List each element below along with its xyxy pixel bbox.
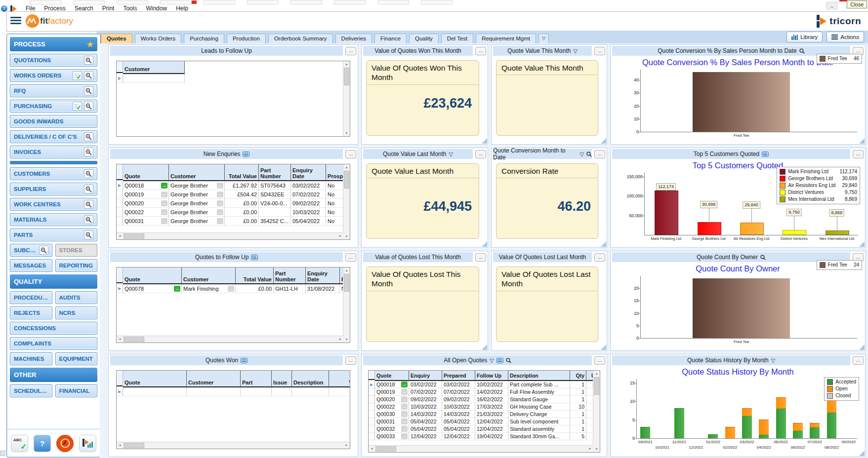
open-arrow-icon[interactable]: → [161,200,167,206]
sidebar-item-equipment[interactable]: EQUIPMENT [55,352,98,365]
column-header[interactable]: Total Value [225,164,259,181]
panel-options-button[interactable]: ... [594,356,605,365]
sidebar-item-procedures[interactable]: PROCEDURES [10,291,52,304]
grid-icon[interactable] [496,358,503,363]
open-arrow-icon[interactable]: → [401,404,408,410]
sidebar-item-rfq[interactable]: RFQ [10,84,97,97]
tab-deliveries[interactable]: Deliveries [335,34,372,43]
tab-quality[interactable]: Quality [409,34,439,43]
tab-purchasing[interactable]: Purchasing [184,34,224,43]
clock-icon[interactable] [56,435,74,452]
sidebar-item-quotations[interactable]: QUOTATIONS [10,54,97,67]
grid-icon[interactable] [762,152,769,157]
star-icon[interactable]: ★ [87,40,93,49]
tab-overflow-button[interactable]: ▽ [538,34,549,43]
quotes-won-table[interactable]: QuoteCustomerPartIssueDescriptionValue▶◄… [116,370,350,449]
column-header[interactable]: Customer [187,371,241,387]
open-arrow-icon[interactable]: → [401,433,408,439]
sidebar-item-rejects[interactable]: REJECTS [10,306,52,319]
column-header[interactable]: Value [329,371,350,387]
panel-options-button[interactable]: ... [853,356,864,365]
sidebar-item-purchasing[interactable]: PURCHASING [10,100,97,113]
column-header[interactable]: Issue [272,371,292,387]
table-row[interactable]: Q00022→10/03/202210/03/202217/03/2022GH … [369,403,593,411]
panel-options-button[interactable]: ... [594,253,605,262]
resize-grip[interactable] [601,138,606,144]
column-header[interactable]: Follow Up [475,371,508,381]
sidebar-item-scheduler[interactable]: SCHEDULER [10,384,52,397]
column-header[interactable]: Description [292,371,329,387]
horizontal-scrollbar[interactable]: ◄► [369,445,593,452]
tab-del-test[interactable]: Del Test [441,34,473,43]
spellcheck-icon[interactable]: ABC✓ [11,435,28,452]
sidebar-item-financial[interactable]: FINANCIAL [55,384,98,397]
sidebar-item-deliveries-c-of-c-s[interactable]: DELIVERIES / C OF C'S [10,130,97,143]
column-header[interactable]: Customer [182,267,236,284]
resize-grip[interactable] [601,241,606,247]
column-header[interactable]: Quote [123,164,169,181]
quotes-to-follow-up-table[interactable]: QuoteCustomerTotal ValuePart NumberEnqui… [116,267,350,343]
sidebar-item-parts[interactable]: PARTS [10,229,97,241]
leads-table[interactable]: Customer▶▲▼ [116,61,350,137]
stats-icon[interactable] [79,435,96,452]
open-arrow-icon[interactable]: → [161,191,167,197]
open-arrow-icon[interactable]: → [401,426,408,432]
column-header[interactable]: Enquiry Date [306,267,340,284]
table-row[interactable]: Q00033→12/04/202212/04/202219/04/2022Sta… [369,433,593,440]
help-icon[interactable]: ? [34,435,51,452]
column-header[interactable]: Enquiry Date [291,164,326,181]
table-row[interactable]: Q00031→George Brother→£0.00354252 C...05… [117,217,343,226]
grid-icon[interactable] [243,152,249,157]
sidebar-item-audits[interactable]: AUDITS [55,291,98,304]
tab-production[interactable]: Production [227,34,266,43]
panel-options-button[interactable]: ... [594,150,605,158]
column-header[interactable]: Part [241,371,272,387]
sidebar-item-suppliers[interactable]: SUPPLIERS [10,183,97,195]
sidebar-item-subcon[interactable]: SUBCON [10,244,52,257]
all-open-quotes-table[interactable]: QuoteEnquiryPreparedFollow UpDescription… [368,370,600,453]
table-row[interactable]: Q00020→George Brother→£0.00V24-00-0...09… [117,199,343,208]
sidebar-item-work-centres[interactable]: WORK CENTRES [10,198,97,211]
open-arrow-icon[interactable]: → [401,419,408,424]
actions-button[interactable]: Actions [827,32,864,42]
help-bubble-icon[interactable]: ? [1,5,7,12]
grid-icon[interactable] [241,358,248,363]
panel-options-button[interactable]: ... [345,356,356,365]
table-row[interactable]: Q00019→07/02/202207/02/202214/02/2022Ful… [369,388,593,396]
open-arrow-icon[interactable]: → [401,389,408,395]
table-row[interactable]: ▶Q00018→George Brother→£1,267.92ST075643… [117,181,343,190]
column-header[interactable]: Part Number [259,164,291,181]
vertical-scrollbar[interactable]: ▲▼ [343,61,350,136]
resize-grip[interactable] [859,451,865,456]
vertical-scrollbar[interactable]: ▲▼ [593,371,600,452]
panel-options-button[interactable]: ... [475,253,486,262]
grid-icon[interactable] [251,255,258,260]
search-icon[interactable] [760,255,766,260]
filter-icon[interactable]: ▽ [771,357,775,364]
filter-icon[interactable]: ▽ [573,48,577,54]
open-arrow-icon[interactable]: → [217,200,223,206]
column-header[interactable]: Prepared [442,371,475,381]
panel-options-button[interactable]: ... [853,150,864,158]
column-header[interactable]: Customer [169,164,225,181]
table-row[interactable]: ▶ [117,74,343,83]
sidebar-item-complaints[interactable]: COMPLAINTS [10,337,97,350]
filter-icon[interactable]: ▽ [490,357,494,364]
open-arrow-icon[interactable]: → [161,209,167,215]
resize-grip[interactable] [482,344,487,350]
sidebar-item-stores[interactable]: STORES [55,244,98,257]
panel-options-button[interactable]: ... [345,150,356,158]
table-row[interactable]: Q00019→George Brother→£504.42SD432EE07/0… [117,190,343,199]
column-header[interactable]: Enquiry [409,371,442,381]
new-enquiries-table[interactable]: QuoteCustomerTotal ValuePart NumberEnqui… [116,164,350,240]
sidebar-item-invoices[interactable]: INVOICES [10,146,97,158]
sidebar-item-messages[interactable]: MESSAGES [10,259,52,272]
column-header[interactable]: Part Number [274,267,306,284]
tab-requirement-mgmt[interactable]: Requirement Mgmt [476,34,536,43]
sidebar-item-goods-inwards[interactable]: GOODS INWARDS [10,115,97,128]
sidebar-item-customers[interactable]: CUSTOMERS [10,167,97,180]
table-row[interactable]: Q00032→05/04/202205/04/202212/04/2022Sta… [369,425,593,433]
column-header[interactable]: Quote [375,371,409,381]
open-arrow-icon[interactable]: → [161,218,167,224]
resize-grip[interactable] [482,241,487,247]
